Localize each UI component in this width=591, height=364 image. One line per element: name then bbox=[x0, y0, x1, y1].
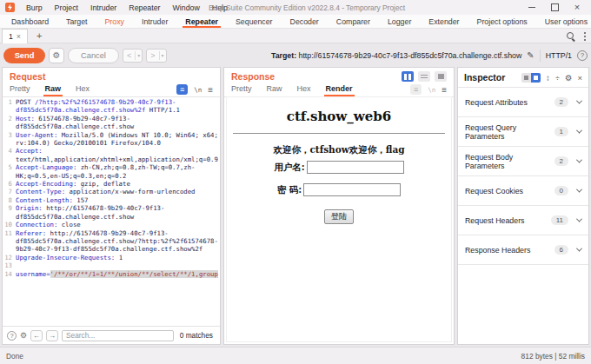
dock-on-icon[interactable] bbox=[531, 73, 541, 83]
inspector-section-request-headers[interactable]: Request Headers11 bbox=[458, 206, 588, 235]
search-prev-icon[interactable]: ← bbox=[30, 330, 43, 341]
menu-window[interactable]: Window bbox=[167, 3, 206, 12]
maximize-icon[interactable] bbox=[549, 3, 560, 13]
menu-repeater[interactable]: Repeater bbox=[123, 3, 166, 12]
search-input[interactable] bbox=[62, 330, 174, 341]
request-line: 9Origin: http://61574678-9b29-40c7-9f13-… bbox=[3, 204, 218, 221]
response-tab-pretty[interactable]: Pretty bbox=[231, 84, 252, 96]
inspector-section-request-body-parameters[interactable]: Request Body Parameters2 bbox=[458, 147, 588, 176]
menu-burp[interactable]: Burp bbox=[20, 3, 49, 12]
chevron-down-icon[interactable] bbox=[576, 246, 582, 252]
tab-decoder[interactable]: Decoder bbox=[282, 15, 328, 28]
request-tab-pretty[interactable]: Pretty bbox=[10, 84, 30, 96]
chevron-down-icon[interactable] bbox=[576, 157, 582, 163]
settings-gear-icon[interactable]: ⚙ bbox=[49, 48, 64, 63]
response-panel: Response PrettyRawHexRender ≡ \n ≡ ctf.s… bbox=[223, 67, 455, 345]
response-tab-hex[interactable]: Hex bbox=[297, 84, 311, 96]
request-tab-hex[interactable]: Hex bbox=[76, 84, 90, 96]
inspector-section-request-cookies[interactable]: Request Cookies0 bbox=[458, 176, 588, 206]
tab-repeater[interactable]: Repeater bbox=[176, 15, 227, 28]
back-button[interactable]: < ▾ bbox=[123, 49, 143, 63]
burp-window: BurpProjectIntruderRepeaterWindowHelp Bu… bbox=[0, 0, 591, 364]
layout-columns-icon[interactable] bbox=[402, 71, 414, 82]
inspector-section-request-attributes[interactable]: Request Attributes2 bbox=[458, 88, 588, 117]
line-number: 11 bbox=[3, 229, 16, 254]
expand-all-icon[interactable]: ↕ bbox=[546, 73, 550, 83]
prettify-toggle-icon[interactable]: ≡ bbox=[176, 84, 188, 95]
menu-intruder[interactable]: Intruder bbox=[84, 3, 123, 12]
chevron-down-icon[interactable] bbox=[576, 128, 582, 134]
tab-logger[interactable]: Logger bbox=[379, 15, 420, 28]
repeater-tab-1[interactable]: 1 × bbox=[2, 29, 28, 43]
chevron-down-icon[interactable] bbox=[576, 98, 582, 104]
editor-menu-icon[interactable]: ≡ bbox=[208, 85, 213, 95]
repeater-tab-strip: 1 × + bbox=[0, 29, 591, 43]
forward-dropdown-icon[interactable]: ▾ bbox=[160, 52, 166, 58]
section-count-badge: 6 bbox=[554, 245, 568, 255]
tab-extender[interactable]: Extender bbox=[420, 15, 468, 28]
send-button[interactable]: Send bbox=[3, 48, 45, 63]
add-tab-button[interactable]: + bbox=[37, 30, 42, 41]
inspector-dock-toggle[interactable] bbox=[521, 73, 541, 83]
chevron-down-icon[interactable] bbox=[576, 216, 582, 222]
inspector-settings-gear-icon[interactable]: ⚙ bbox=[565, 73, 573, 83]
response-render-view[interactable]: ctf.show_web6 欢迎你，ctfshow欢迎你，flag 用户名: 密… bbox=[226, 96, 452, 342]
search-settings-gear-icon[interactable]: ⚙ bbox=[20, 331, 27, 340]
tab-project-options[interactable]: Project options bbox=[468, 15, 536, 28]
request-panel-title: Request bbox=[10, 71, 45, 82]
response-editor-tabs: PrettyRawHexRender ≡ \n ≡ bbox=[224, 83, 454, 97]
search-next-icon[interactable]: → bbox=[46, 330, 58, 341]
request-line: 7Content-Type: application/x-www-form-ur… bbox=[3, 188, 218, 195]
search-help-icon[interactable]: ? bbox=[7, 331, 17, 341]
collapse-all-icon[interactable]: ÷ bbox=[555, 73, 560, 83]
chevron-down-icon[interactable] bbox=[576, 187, 582, 193]
close-icon[interactable]: × bbox=[572, 3, 582, 13]
tab-target[interactable]: Target bbox=[57, 15, 96, 28]
request-tab-raw[interactable]: Raw bbox=[45, 84, 62, 96]
tab-user-options[interactable]: User options bbox=[536, 15, 591, 28]
tab-sequencer[interactable]: Sequencer bbox=[227, 15, 282, 28]
request-search-bar: ? ⚙ ← → 0 matches bbox=[3, 326, 220, 344]
response-tab-render[interactable]: Render bbox=[326, 84, 353, 96]
inspector-close-icon[interactable]: × bbox=[577, 73, 582, 83]
response-tab-raw[interactable]: Raw bbox=[267, 84, 282, 96]
search-matches: 0 matches bbox=[177, 331, 216, 340]
back-dropdown-icon[interactable]: ▾ bbox=[136, 52, 142, 58]
minimize-icon[interactable] bbox=[527, 3, 537, 13]
cancel-button[interactable]: Cancel bbox=[68, 48, 119, 63]
http-version[interactable]: HTTP/1 bbox=[546, 51, 572, 60]
line-number: 14 bbox=[3, 270, 16, 278]
rendered-password-label: 密 码: bbox=[277, 184, 302, 195]
dock-off-icon[interactable] bbox=[521, 73, 531, 83]
forward-button[interactable]: > ▾ bbox=[146, 49, 166, 63]
forward-arrow[interactable]: > bbox=[147, 51, 159, 60]
editor-menu-icon[interactable]: ≡ bbox=[442, 85, 447, 95]
show-newlines-icon[interactable]: \n bbox=[194, 86, 202, 94]
request-raw-editor[interactable]: 1POST /?http:%2f%2f61574678-9b29-40c7-9f… bbox=[3, 96, 218, 326]
back-arrow[interactable]: < bbox=[123, 51, 136, 60]
section-count-badge: 1 bbox=[554, 127, 568, 136]
layout-rows-icon[interactable] bbox=[418, 71, 430, 82]
menu-project[interactable]: Project bbox=[49, 3, 84, 12]
rendered-password-input[interactable] bbox=[303, 183, 401, 196]
inspector-section-response-headers[interactable]: Response Headers6 bbox=[458, 235, 588, 265]
more-options-icon[interactable] bbox=[584, 32, 586, 41]
line-number: 2 bbox=[3, 115, 16, 131]
rendered-username-input[interactable] bbox=[307, 161, 404, 174]
window-title: Burp Suite Community Edition v2022.8.4 -… bbox=[209, 3, 400, 12]
tab-close-icon[interactable]: × bbox=[17, 32, 21, 41]
tab-intruder[interactable]: Intruder bbox=[133, 15, 176, 28]
main-tab-bar: DashboardTargetProxyIntruderRepeaterSequ… bbox=[0, 15, 591, 29]
rendered-login-button[interactable]: 登陆 bbox=[324, 209, 355, 224]
inspector-section-request-query-parameters[interactable]: Request Query Parameters1 bbox=[458, 117, 588, 147]
edit-target-pencil-icon[interactable]: ✎ bbox=[527, 50, 534, 60]
search-icon[interactable] bbox=[566, 31, 575, 41]
layout-single-icon[interactable] bbox=[435, 71, 447, 82]
tab-dashboard[interactable]: Dashboard bbox=[3, 15, 57, 28]
rendered-page-title: ctf.show_web6 bbox=[227, 109, 451, 124]
line-text: username='/**/or/**/1=1/**/union/**/sele… bbox=[16, 270, 218, 278]
tab-proxy[interactable]: Proxy bbox=[96, 15, 134, 28]
tab-comparer[interactable]: Comparer bbox=[328, 15, 379, 28]
line-number: 9 bbox=[3, 204, 16, 221]
help-icon[interactable]: ? bbox=[577, 50, 588, 61]
